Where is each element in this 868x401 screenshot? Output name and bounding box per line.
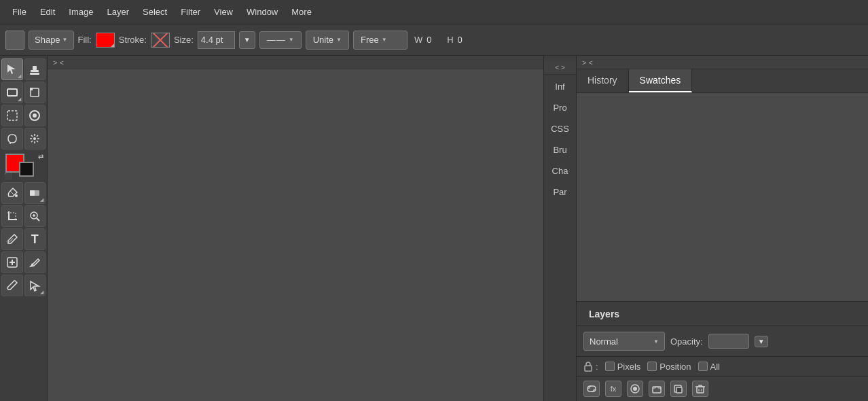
pan-tool[interactable] [24, 128, 46, 150]
layer-mask-button[interactable] [627, 381, 643, 397]
tool-row-1: ◢ [1, 58, 46, 80]
background-color-swatch[interactable] [19, 162, 34, 177]
menu-layer[interactable]: Layer [101, 4, 137, 20]
tool-row-4 [1, 128, 46, 150]
pixels-checkbox[interactable] [605, 362, 615, 371]
info-item-css[interactable]: CSS [544, 120, 576, 138]
new-layer-button[interactable] [670, 381, 687, 397]
unite-button[interactable]: Unite ▼ [306, 31, 349, 50]
direct-sub-icon: ◢ [40, 290, 43, 295]
menu-view[interactable]: View [207, 4, 240, 20]
svg-rect-5 [30, 88, 33, 90]
trash-icon [695, 383, 706, 394]
stamp-tool[interactable] [24, 58, 46, 80]
menu-more[interactable]: More [285, 4, 319, 20]
lock-colon: : [596, 362, 598, 372]
main-area: ◢ ◢ [0, 56, 868, 401]
right-panel-collapse-bar[interactable]: > < [577, 56, 868, 69]
menu-bar: File Edit Image Layer Select Filter View… [0, 0, 868, 24]
crop-tool[interactable] [1, 205, 23, 227]
h-value: 0 [458, 35, 471, 45]
collapse-arrows-left: > < [53, 58, 64, 67]
fill-color-swatch[interactable] [96, 33, 115, 48]
info-item-inf[interactable]: Inf [544, 77, 576, 96]
stroke-color-swatch[interactable] [151, 33, 170, 48]
swap-colors-icon[interactable]: ⇄ [38, 153, 43, 160]
svg-rect-3 [7, 89, 17, 96]
fill-label: Fill: [78, 35, 92, 45]
menu-image[interactable]: Image [62, 4, 100, 20]
free-label: Free [361, 35, 379, 45]
heal-tool[interactable] [1, 251, 23, 273]
lasso-tool[interactable] [1, 128, 23, 150]
select-move-tool[interactable]: ◢ [1, 58, 23, 80]
all-checkbox-item[interactable]: All [698, 362, 720, 372]
stroke-style-chevron-icon: ▼ [289, 37, 294, 43]
svg-rect-21 [585, 366, 592, 371]
text-tool[interactable]: T [24, 228, 46, 250]
link-layers-button[interactable] [583, 381, 600, 397]
position-label: Position [659, 362, 691, 372]
tab-swatches[interactable]: Swatches [629, 69, 693, 92]
canvas-collapse-bar[interactable]: > < [48, 56, 543, 69]
svg-line-14 [37, 218, 39, 221]
eraser-tool[interactable] [24, 105, 46, 126]
free-button[interactable]: Free ▼ [353, 31, 408, 50]
rectangle-shape-tool[interactable]: ◢ [1, 82, 23, 103]
shape-button[interactable]: Shape ▼ [29, 31, 74, 50]
menu-edit[interactable]: Edit [33, 4, 62, 20]
layers-title: Layers [583, 306, 625, 322]
mask-icon [630, 383, 640, 394]
brush-tool[interactable] [1, 275, 23, 296]
opacity-arrow-button[interactable]: ▼ [755, 336, 768, 347]
gradient-tool[interactable]: ◢ [24, 182, 46, 204]
marquee-select-tool[interactable] [1, 105, 23, 126]
panel-content [577, 93, 868, 301]
menu-window[interactable]: Window [240, 4, 285, 20]
tab-history[interactable]: History [577, 69, 629, 92]
size-dropdown-button[interactable]: ▼ [239, 31, 255, 49]
layer-effects-button[interactable]: fx [605, 381, 621, 397]
info-item-par[interactable]: Par [544, 183, 576, 201]
size-input[interactable] [198, 31, 235, 49]
stroke-style-button[interactable]: —— ▼ [259, 31, 302, 49]
paint-bucket-tool[interactable] [1, 182, 23, 204]
info-item-cha[interactable]: Cha [544, 162, 576, 180]
eyedropper-tool[interactable] [1, 228, 23, 250]
direct-select-2-tool[interactable] [24, 82, 46, 103]
size-label: Size: [174, 35, 194, 45]
position-checkbox-item[interactable]: Position [647, 362, 691, 372]
right-panel: > < History Swatches Layers Normal ▼ Opa… [576, 56, 868, 401]
svg-point-10 [15, 194, 18, 197]
canvas-area[interactable]: > < [48, 56, 543, 401]
menu-select[interactable]: Select [136, 4, 174, 20]
svg-point-8 [33, 114, 37, 118]
all-checkbox[interactable] [698, 362, 708, 371]
info-collapse-arrows: < > [555, 64, 564, 71]
direct-select-tool[interactable]: ◢ [24, 275, 46, 296]
unite-chevron-icon: ▼ [336, 37, 342, 43]
svg-point-23 [633, 387, 637, 391]
tool-row-5: ⇄ ⬛ [1, 151, 46, 181]
menu-file[interactable]: File [5, 4, 33, 20]
info-item-bru[interactable]: Bru [544, 141, 576, 159]
new-group-button[interactable] [649, 381, 665, 397]
menu-filter[interactable]: Filter [174, 4, 207, 20]
info-item-pro[interactable]: Pro [544, 99, 576, 117]
default-colors-icon[interactable]: ⬛ [4, 173, 12, 179]
info-collapse-bar[interactable]: < > [544, 61, 576, 75]
position-checkbox[interactable] [647, 362, 657, 371]
zoom-tool[interactable] [24, 205, 46, 227]
pen-tool[interactable] [24, 251, 46, 273]
shape-chevron-icon: ▼ [62, 37, 68, 43]
pixels-checkbox-item[interactable]: Pixels [605, 362, 641, 372]
delete-layer-button[interactable] [692, 381, 708, 397]
panel-tabs: History Swatches [577, 69, 868, 93]
panel-collapse-arrows: > < [582, 58, 593, 67]
tool-row-10: ◢ [1, 275, 46, 296]
opacity-swatch[interactable] [708, 334, 749, 349]
stroke-label: Stroke: [119, 35, 147, 45]
blend-mode-select[interactable]: Normal ▼ [583, 332, 665, 351]
shape-preview [5, 31, 24, 50]
svg-rect-0 [31, 70, 39, 72]
